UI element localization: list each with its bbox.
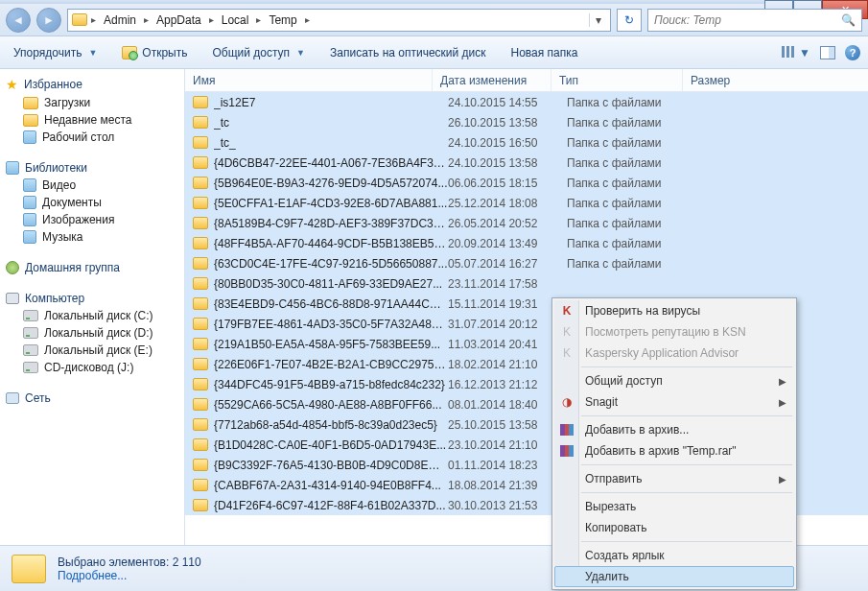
ctx-add-archive-temp[interactable]: Добавить в архив "Temp.rar" [554, 440, 794, 461]
file-date: 25.10.2015 13:58 [448, 418, 567, 432]
breadcrumb-segment[interactable]: Temp [265, 13, 300, 27]
folder-icon [193, 479, 208, 491]
open-button[interactable]: Открыть [116, 43, 193, 62]
file-row[interactable]: _tc_24.10.2015 16:50Папка с файлами [185, 132, 868, 153]
file-row[interactable]: {48FF4B5A-AF70-4464-9CDF-B5B138EB5B...20… [185, 233, 868, 253]
sidebar-libraries[interactable]: Библиотеки [6, 159, 184, 177]
ctx-scan-virus[interactable]: KПроверить на вирусы [554, 300, 794, 321]
file-row[interactable]: {5E0CFFA1-E1AF-4CD3-92E8-6D7ABA881...25.… [185, 193, 868, 213]
sidebar-video[interactable]: Видео [6, 177, 184, 194]
sidebar-homegroup[interactable]: Домашняя группа [6, 259, 184, 276]
file-row[interactable]: {80BB0D35-30C0-4811-AF69-33ED9AE27...23.… [185, 273, 868, 294]
ctx-send-to[interactable]: Отправить▶ [554, 468, 794, 489]
sidebar-recent[interactable]: Недавние места [6, 111, 184, 129]
chevron-right-icon[interactable]: ▸ [89, 14, 98, 25]
sidebar-favorites[interactable]: ★Избранное [6, 75, 184, 94]
chevron-down-icon: ▼ [296, 48, 305, 58]
ctx-delete[interactable]: Удалить [554, 566, 794, 587]
folder-icon [72, 13, 87, 26]
sidebar-drive-d[interactable]: Локальный диск (D:) [6, 324, 184, 342]
folder-icon [193, 499, 208, 511]
burn-button[interactable]: Записать на оптический диск [324, 43, 492, 62]
search-input[interactable]: Поиск: Temp 🔍 [647, 9, 862, 32]
column-size[interactable]: Размер [683, 69, 868, 91]
file-type: Папка с файлами [567, 237, 698, 250]
folder-icon [193, 197, 208, 209]
column-date[interactable]: Дата изменения [433, 69, 551, 91]
chevron-right-icon[interactable]: ▸ [303, 14, 312, 25]
desktop-icon [23, 130, 36, 144]
folder-icon [193, 358, 208, 370]
file-name: {B9C3392F-76A5-4130-BB0B-4D9C0D8EC81... [214, 459, 448, 472]
sidebar-documents[interactable]: Документы [6, 194, 184, 211]
file-date: 25.12.2014 18:08 [448, 197, 567, 210]
file-type: Папка с файлами [567, 96, 698, 109]
video-icon [23, 178, 36, 192]
breadcrumb-segment[interactable]: Admin [100, 13, 140, 27]
sidebar-cd-j[interactable]: CD-дисковод (J:) [6, 359, 184, 376]
refresh-button[interactable]: ↻ [617, 9, 642, 32]
new-folder-button[interactable]: Новая папка [505, 43, 584, 62]
column-type[interactable]: Тип [551, 69, 683, 91]
chevron-right-icon[interactable]: ▸ [207, 14, 216, 25]
chevron-right-icon[interactable]: ▸ [254, 14, 263, 25]
network-icon [6, 392, 19, 404]
file-name: {B1D0428C-CA0E-40F1-B6D5-0AD17943E... [214, 438, 448, 452]
ctx-kaa[interactable]: KKaspersky Application Advisor [554, 343, 794, 364]
address-dropdown[interactable]: ▾ [589, 13, 606, 27]
file-row[interactable]: {63CD0C4E-17FE-4C97-9216-5D56650887...05… [185, 253, 868, 273]
help-button[interactable]: ? [845, 45, 860, 60]
file-name: {5E0CFFA1-E1AF-4CD3-92E8-6D7ABA881... [214, 197, 448, 210]
file-row[interactable]: {8A5189B4-C9F7-428D-AEF3-389F37DC34...26… [185, 213, 868, 233]
sidebar-desktop[interactable]: Рабочий стол [6, 129, 184, 146]
file-row[interactable]: {5B964E0E-B9A3-4276-9ED9-4D5A572074...06… [185, 173, 868, 193]
winrar-icon [559, 422, 575, 437]
snagit-icon: ◑ [559, 394, 575, 410]
navigation-pane: ★Избранное Загрузки Недавние места Рабоч… [0, 69, 185, 545]
back-button[interactable]: ◄ [6, 8, 31, 33]
ctx-cut[interactable]: Вырезать [554, 496, 794, 517]
share-button[interactable]: Общий доступ▼ [206, 43, 311, 62]
folder-icon [193, 338, 208, 350]
file-date: 11.03.2014 20:41 [448, 338, 567, 351]
selection-count: Выбрано элементов: 2 110 [58, 556, 201, 569]
view-options-button[interactable]: ▼ [782, 46, 810, 59]
chevron-right-icon[interactable]: ▸ [142, 14, 151, 25]
sidebar-pictures[interactable]: Изображения [6, 211, 184, 228]
organize-button[interactable]: Упорядочить▼ [8, 43, 103, 62]
ctx-copy[interactable]: Копировать [554, 517, 794, 538]
breadcrumb-segment[interactable]: AppData [152, 13, 205, 27]
folder-icon [12, 555, 46, 583]
preview-pane-button[interactable] [820, 46, 835, 59]
sidebar-drive-c[interactable]: Локальный диск (C:) [6, 307, 184, 324]
address-bar[interactable]: ▸ Admin ▸ AppData ▸ Local ▸ Temp ▸ ▾ [67, 9, 611, 32]
sidebar-downloads[interactable]: Загрузки [6, 94, 184, 111]
file-name: {4D6CBB47-22EE-4401-A067-7E36BA4F37... [214, 156, 448, 170]
ctx-snagit[interactable]: ◑Snagit▶ [554, 391, 794, 413]
ctx-add-archive[interactable]: Добавить в архив... [554, 419, 794, 440]
folder-icon [23, 114, 38, 127]
column-name[interactable]: Имя [185, 69, 433, 91]
sidebar-network[interactable]: Сеть [6, 390, 184, 407]
ctx-share[interactable]: Общий доступ▶ [554, 370, 794, 391]
file-date: 08.01.2014 18:40 [448, 398, 567, 412]
file-row[interactable]: {4D6CBB47-22EE-4401-A067-7E36BA4F37...24… [185, 153, 868, 173]
file-name: {179FB7EE-4861-4AD3-35C0-5F7A32A48E... [214, 318, 448, 331]
file-name: {5529CA66-5C5A-4980-AE88-A8BF0FF66... [214, 398, 448, 412]
file-row[interactable]: _is12E724.10.2015 14:55Папка с файлами [185, 92, 868, 112]
details-link[interactable]: Подробнее... [58, 569, 201, 582]
sidebar-drive-e[interactable]: Локальный диск (E:) [6, 342, 184, 359]
ctx-create-shortcut[interactable]: Создать ярлык [554, 545, 794, 566]
sidebar-computer[interactable]: Компьютер [6, 290, 184, 307]
ctx-ksn[interactable]: KПосмотреть репутацию в KSN [554, 321, 794, 343]
kaspersky-icon: K [559, 345, 575, 361]
submenu-arrow-icon: ▶ [779, 376, 786, 387]
forward-button[interactable]: ► [36, 8, 61, 33]
file-name: {8A5189B4-C9F7-428D-AEF3-389F37DC34... [214, 217, 448, 230]
file-row[interactable]: _tc26.10.2015 13:58Папка с файлами [185, 112, 868, 132]
pictures-icon [23, 213, 36, 226]
folder-icon [193, 116, 208, 129]
breadcrumb-segment[interactable]: Local [218, 13, 253, 27]
sidebar-music[interactable]: Музыка [6, 228, 184, 246]
file-date: 01.11.2014 18:23 [448, 459, 567, 472]
